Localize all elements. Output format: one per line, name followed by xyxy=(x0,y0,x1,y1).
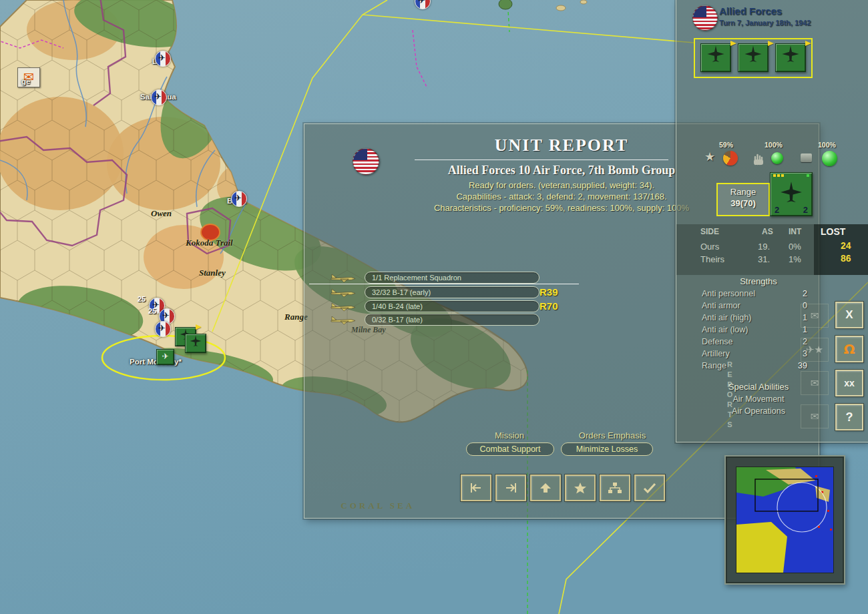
reports-tab[interactable]: REPORTS xyxy=(726,360,734,430)
objective-flag-icon xyxy=(730,41,736,46)
minimap-panel[interactable] xyxy=(724,455,845,585)
col-lost: LOST xyxy=(821,226,845,237)
col-side: SIDE xyxy=(700,227,719,236)
losses-int: 0% xyxy=(789,242,801,252)
pip xyxy=(781,174,784,177)
map-label-kokoda: Kokoda Trail xyxy=(186,238,233,248)
pie-chart-icon xyxy=(723,151,738,166)
readiness-ball-icon xyxy=(771,152,783,164)
air-unit-pm[interactable]: ✈ xyxy=(155,321,171,337)
losses-int: 1% xyxy=(789,254,801,264)
squadron-divider xyxy=(309,284,579,284)
title-rule xyxy=(415,160,668,160)
strength-value: 2 xyxy=(777,289,807,298)
plane-side-icon xyxy=(330,272,357,283)
plane-icon: ✈ xyxy=(158,53,166,63)
bomber-unit-counter[interactable] xyxy=(185,334,206,353)
cross-button[interactable]: X xyxy=(835,302,863,328)
entrench-button[interactable]: Ω xyxy=(835,336,863,362)
plane-icon: ✈ xyxy=(418,0,425,6)
strength-label: Defense xyxy=(702,337,733,346)
proficiency-percent: 59% xyxy=(719,141,733,149)
map-label-stanley: Stanley xyxy=(199,268,226,278)
plane-icon: ✈ xyxy=(162,310,170,321)
strength-value: 39 xyxy=(777,361,807,370)
range-label: Range xyxy=(718,187,769,197)
plane-side-icon xyxy=(330,314,357,325)
elite-status-button[interactable] xyxy=(565,475,596,501)
squadron-range: R39 xyxy=(539,286,580,298)
losses-as: 19. xyxy=(758,242,770,252)
range-box: Range 39(70) xyxy=(716,183,770,216)
bomber-icon xyxy=(781,44,801,64)
objective-flag-icon xyxy=(768,41,774,46)
squadron-pill[interactable]: 1/40 B-24 (late) xyxy=(365,300,539,312)
stack-counter-1[interactable] xyxy=(700,43,731,72)
squadron-range: R70 xyxy=(539,300,580,312)
losses-table: SIDE AS INT LOST Ours 19. 0% 24 Theirs 3… xyxy=(676,224,868,275)
air-unit-lae[interactable]: ✈ xyxy=(155,51,171,67)
attack-value: 2 xyxy=(775,205,779,215)
parent-formation-button[interactable] xyxy=(530,475,561,501)
strength-label: Anti armor xyxy=(702,301,740,310)
arrow-to-right-icon xyxy=(503,481,519,495)
plane-icon: ✈ xyxy=(154,91,162,102)
unit-strength-badge: 25 xyxy=(148,307,156,315)
supply-ball-icon xyxy=(822,151,837,166)
cross-icon: X xyxy=(845,308,853,322)
air-unit-salamaua[interactable]: ✈ xyxy=(151,89,167,105)
report-envelope-icon: ✉ xyxy=(801,371,829,395)
objective-flag-icon xyxy=(805,41,811,46)
plane-side-icon xyxy=(330,287,357,298)
help-button[interactable]: ? xyxy=(835,404,863,430)
us-flag-icon xyxy=(692,5,718,31)
losses-lost: 86 xyxy=(841,253,851,264)
air-unit-top-edge[interactable]: ✈ xyxy=(415,0,431,9)
orders-emphasis-select[interactable]: Minimize Losses xyxy=(561,442,653,456)
col-as: AS xyxy=(762,227,773,236)
next-unit-button[interactable] xyxy=(495,475,526,501)
faction-name: Allied Forces xyxy=(719,5,782,17)
col-int: INT xyxy=(789,227,801,236)
losses-as: 31. xyxy=(758,254,770,264)
squadron-pill[interactable]: 32/32 B-17 (early) xyxy=(365,286,539,298)
strength-label: Anti air (low) xyxy=(702,325,748,334)
divide-unit-button[interactable]: xx xyxy=(835,370,863,396)
game-screen: ✉ ge Lae* Salamaua Buna Port Moresby* Ow… xyxy=(0,0,868,614)
selected-stack-box xyxy=(694,38,813,78)
force-info-panel: Allied Forces Turn 7, January 18th, 1942… xyxy=(676,0,868,442)
air-unit-buna[interactable]: ✈ xyxy=(231,191,247,207)
squadron-pill[interactable]: 0/32 B-17 (late) xyxy=(365,314,539,326)
star-icon xyxy=(572,481,588,495)
equipment-icon xyxy=(801,154,812,162)
confirm-button[interactable] xyxy=(634,475,665,501)
bomber-icon xyxy=(706,44,726,64)
squadron-pill[interactable]: 1/1 Replacement Squadron xyxy=(365,272,539,284)
pip xyxy=(773,174,776,177)
prev-unit-button[interactable] xyxy=(461,475,491,501)
report-envelope-icon: ✉ xyxy=(801,304,829,328)
losses-lost: 24 xyxy=(841,240,851,251)
mission-select[interactable]: Combat Support xyxy=(466,442,554,456)
defense-value: 2 xyxy=(803,205,808,215)
air-group-counter[interactable]: ✈ xyxy=(156,349,174,365)
minimap[interactable] xyxy=(736,467,834,573)
stack-counter-2[interactable] xyxy=(738,43,769,72)
order-of-battle-button[interactable] xyxy=(600,475,630,501)
stack-counter-3[interactable] xyxy=(775,43,806,72)
readiness-percent: 100% xyxy=(765,141,783,149)
map-label-owen: Owen xyxy=(151,208,172,219)
losses-side: Theirs xyxy=(700,254,724,264)
question-icon: ? xyxy=(846,410,853,424)
selected-unit-counter[interactable]: 2 2 xyxy=(770,172,813,216)
strengths-title: Strengths xyxy=(676,276,841,286)
plane-icon: ✈ xyxy=(162,352,168,361)
plane-icon: ✈ xyxy=(234,193,242,204)
bomber-icon xyxy=(743,44,763,64)
strength-label: Range xyxy=(702,361,726,370)
supply-percent: 100% xyxy=(818,141,836,149)
strength-label: Artillery xyxy=(702,349,730,358)
plane-icon: ✈ xyxy=(158,323,166,334)
strength-label: Anti personnel xyxy=(702,289,755,298)
org-chart-icon xyxy=(607,481,623,495)
